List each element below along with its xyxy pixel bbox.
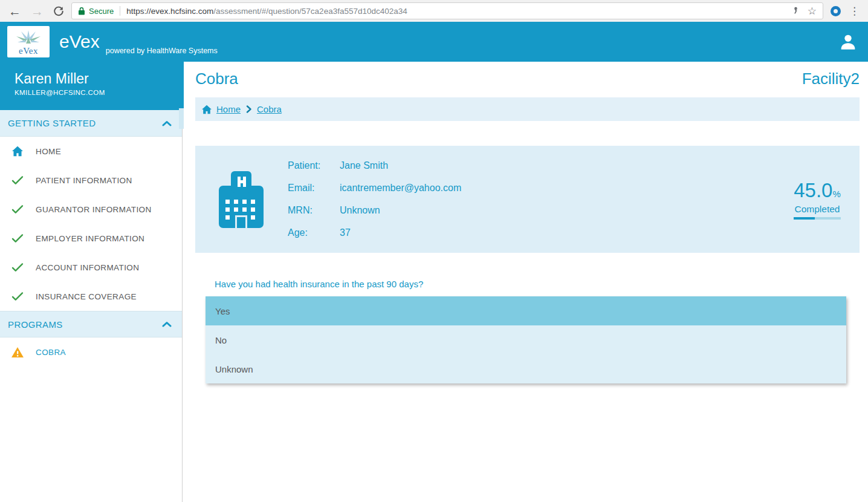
sidebar-item-label: EMPLOYER INFORMATION xyxy=(36,234,144,243)
sidebar-item-home[interactable]: HOME xyxy=(0,137,182,166)
patient-card: Patient: Jane Smith Email: icantremember… xyxy=(195,146,860,253)
section-getting-started[interactable]: GETTING STARTED xyxy=(0,110,182,137)
breadcrumb-home-icon[interactable] xyxy=(201,105,212,114)
facility-label: Facility2 xyxy=(802,70,860,88)
patient-row-value: Unknown xyxy=(340,205,380,216)
patient-row-label: MRN: xyxy=(288,205,340,216)
home-icon xyxy=(8,146,27,157)
patient-row: Email: icantremember@yahoo.com xyxy=(288,177,461,200)
sidebar-item-guarantor-information[interactable]: GUARANTOR INFORMATION xyxy=(0,195,182,224)
breadcrumb: Home Cobra xyxy=(195,97,860,121)
user-name: Karen Miller xyxy=(15,70,182,88)
option-label: Yes xyxy=(215,306,230,316)
evex-logo: eVex xyxy=(7,26,50,57)
section-programs[interactable]: PROGRAMS xyxy=(0,311,182,337)
check-icon xyxy=(8,204,27,214)
sidebar-item-label: HOME xyxy=(36,147,61,156)
starburst-icon xyxy=(16,30,40,47)
sidebar-item-label: ACCOUNT INFORMATION xyxy=(36,263,139,272)
lock-icon xyxy=(78,7,85,15)
chevron-up-icon[interactable] xyxy=(162,120,172,126)
section-label: PROGRAMS xyxy=(8,319,63,330)
warning-icon xyxy=(8,347,27,358)
back-icon[interactable]: ← xyxy=(8,5,21,18)
progress-label: Completed xyxy=(794,204,841,215)
progress-bar xyxy=(794,217,841,220)
page-title: Cobra xyxy=(195,70,238,88)
check-icon xyxy=(8,233,27,243)
bookmark-star-icon[interactable]: ☆ xyxy=(808,6,817,16)
sidebar: Karen Miller KMILLER@HCFSINC.COM GETTING… xyxy=(0,62,183,502)
option-unknown[interactable]: Unknown xyxy=(206,354,846,383)
browser-chrome: ← → Secure https://evex.hcfsinc.com/asse… xyxy=(0,0,868,22)
option-yes[interactable]: Yes xyxy=(206,296,846,325)
progress-block: 45.0% Completed xyxy=(794,179,841,220)
patient-row: Age: 37 xyxy=(288,222,461,244)
main-scrollbar-thumb[interactable] xyxy=(179,62,184,108)
url-path: /assessment/#/question/57ca2ea3fa557d10d… xyxy=(213,7,407,16)
progress-percent-sign: % xyxy=(832,189,840,199)
forward-icon[interactable]: → xyxy=(31,5,44,18)
sidebar-item-label: GUARANTOR INFORMATION xyxy=(36,205,152,214)
refresh-icon[interactable] xyxy=(53,5,64,16)
check-icon xyxy=(8,292,27,301)
sidebar-item-cobra[interactable]: COBRA xyxy=(0,337,182,367)
breadcrumb-current-link[interactable]: Cobra xyxy=(257,104,282,114)
option-no[interactable]: No xyxy=(206,325,846,354)
sidebar-item-label: PATIENT INFORMATION xyxy=(36,176,132,185)
patient-row-value: 37 xyxy=(340,227,351,238)
url-divider xyxy=(120,6,120,16)
hospital-icon xyxy=(215,169,267,230)
patient-row-label: Patient: xyxy=(288,160,340,171)
section-label: GETTING STARTED xyxy=(8,118,96,128)
option-label: No xyxy=(215,335,227,345)
app-header: eVex eVex powered by HealthWare Systems xyxy=(0,22,868,62)
patient-row-label: Age: xyxy=(288,227,340,238)
breadcrumb-home-link[interactable]: Home xyxy=(216,104,241,114)
password-key-icon[interactable] xyxy=(791,7,800,16)
sidebar-item-account-information[interactable]: ACCOUNT INFORMATION xyxy=(0,253,182,282)
secure-label: Secure xyxy=(89,7,114,16)
url-text[interactable]: https://evex.hcfsinc.com/assessment/#/qu… xyxy=(126,7,786,16)
sidebar-item-patient-information[interactable]: PATIENT INFORMATION xyxy=(0,166,182,195)
sidebar-item-insurance-coverage[interactable]: INSURANCE COVERAGE xyxy=(0,282,182,311)
main-scrollbar-track[interactable] xyxy=(179,108,184,129)
patient-info: Patient: Jane Smith Email: icantremember… xyxy=(288,155,461,244)
user-profile-icon[interactable] xyxy=(838,31,858,52)
question-text: Have you had health insurance in the pas… xyxy=(215,279,860,289)
sidebar-item-label: COBRA xyxy=(36,348,66,357)
extension-icon[interactable] xyxy=(831,6,841,16)
user-block: Karen Miller KMILLER@HCFSINC.COM xyxy=(0,62,182,110)
sidebar-item-label: INSURANCE COVERAGE xyxy=(36,292,137,301)
patient-row-label: Email: xyxy=(288,183,340,194)
url-domain: https://evex.hcfsinc.com xyxy=(126,7,213,16)
answer-options: Yes No Unknown xyxy=(206,296,846,383)
logo-text: eVex xyxy=(19,47,38,55)
brand-tagline: powered by HealthWare Systems xyxy=(106,47,218,62)
user-email: KMILLER@HCFSINC.COM xyxy=(15,89,182,96)
sidebar-item-employer-information[interactable]: EMPLOYER INFORMATION xyxy=(0,224,182,253)
check-icon xyxy=(8,262,27,272)
check-icon xyxy=(8,175,27,185)
progress-fill xyxy=(794,217,815,220)
url-bar[interactable]: Secure https://evex.hcfsinc.com/assessme… xyxy=(71,2,823,19)
progress-percent: 45.0 xyxy=(794,179,832,201)
patient-row: Patient: Jane Smith xyxy=(288,155,461,177)
brand-name: eVex xyxy=(59,31,100,52)
breadcrumb-separator-icon xyxy=(246,105,251,113)
chevron-up-icon[interactable] xyxy=(162,321,172,327)
main-content: Cobra Facility2 Home Cobra xyxy=(183,62,868,502)
patient-row: MRN: Unknown xyxy=(288,200,461,222)
patient-row-value: Jane Smith xyxy=(340,160,388,171)
patient-row-value: icantremember@yahoo.com xyxy=(340,183,461,194)
option-label: Unknown xyxy=(215,364,253,374)
browser-menu-icon[interactable]: ⋮ xyxy=(849,5,860,18)
